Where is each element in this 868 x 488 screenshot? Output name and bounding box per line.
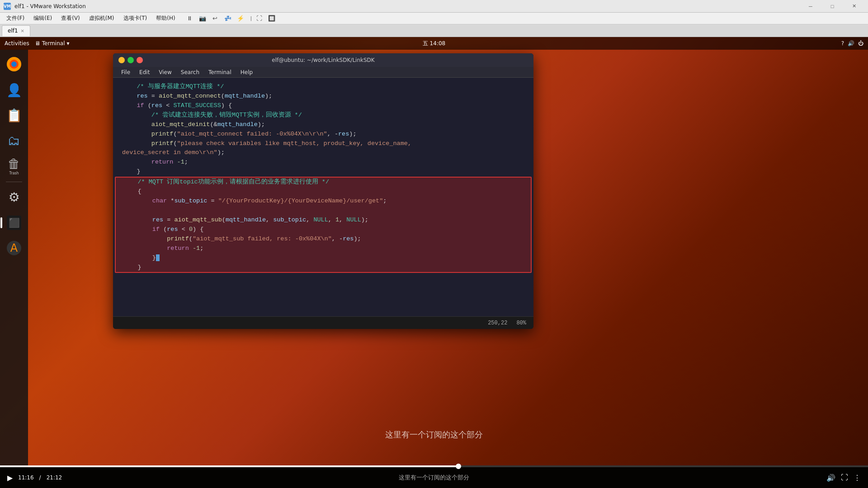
status-bar: 250,22 80% bbox=[113, 316, 533, 329]
selected-line-9: } bbox=[116, 253, 531, 263]
titlebar-left: VM elf1 - VMware Workstation bbox=[4, 3, 86, 10]
terminal-titlebar: elf@ubuntu: ~/work/LinkSDK/LinkSDK bbox=[113, 53, 533, 67]
total-time: 21:12 bbox=[47, 474, 62, 481]
code-line-4: /* 尝试建立连接失败，销毁MQTT实例，回收资源 */ bbox=[113, 111, 533, 120]
terminal-title: elf@ubuntu: ~/work/LinkSDK/LinkSDK bbox=[272, 57, 374, 63]
terminal-menu-search[interactable]: Search bbox=[176, 68, 204, 76]
terminal-menu-view[interactable]: View bbox=[154, 68, 176, 76]
desktop: Activities 🖥 Terminal ▾ 五 14:08 ? 🔊 ⏻ bbox=[0, 37, 868, 465]
terminal-menu-terminal[interactable]: Terminal bbox=[204, 68, 236, 76]
trash-label: Trash bbox=[9, 171, 19, 175]
panel-right: ? 🔊 ⏻ bbox=[841, 40, 863, 47]
selected-line-4 bbox=[116, 206, 531, 216]
progress-thumb[interactable] bbox=[456, 464, 461, 469]
selected-line-8: return -1; bbox=[116, 244, 531, 253]
dock-item-software[interactable]: A bbox=[3, 237, 25, 259]
subtitle-display: 这里有一个订阅的这个部分 bbox=[399, 474, 469, 482]
suspend-button[interactable]: 💤 bbox=[222, 14, 233, 23]
vc-left-controls: ▶ 11:16 / 21:12 bbox=[7, 474, 62, 482]
revert-button[interactable]: ↩ bbox=[210, 14, 221, 23]
code-line-7: printf("please check variables like mqtt… bbox=[113, 139, 533, 149]
terminal-window: elf@ubuntu: ~/work/LinkSDK/LinkSDK File … bbox=[113, 53, 533, 329]
menu-view[interactable]: 查看(V) bbox=[57, 14, 85, 23]
terminal-menu-help[interactable]: Help bbox=[236, 68, 257, 76]
code-line-9: return -1; bbox=[113, 158, 533, 167]
progress-bar-filled bbox=[0, 465, 458, 467]
contacts-icon: 👤 bbox=[6, 84, 22, 97]
dock-divider bbox=[6, 182, 22, 182]
vm-tabbar: elf1 ✕ bbox=[0, 24, 868, 37]
terminal-menu-file[interactable]: File bbox=[117, 68, 135, 76]
vm-tab-elf1[interactable]: elf1 ✕ bbox=[2, 25, 30, 36]
software-center-icon: A bbox=[7, 241, 21, 255]
power-button[interactable]: ⚡ bbox=[235, 14, 246, 23]
dock-item-contacts[interactable]: 👤 bbox=[3, 80, 25, 101]
terminal-minimize-button[interactable] bbox=[118, 57, 125, 63]
dock-item-terminal[interactable]: ⬛ bbox=[3, 212, 25, 234]
ubuntu-panel: Activities 🖥 Terminal ▾ 五 14:08 ? 🔊 ⏻ bbox=[0, 37, 868, 50]
terminal-maximize-button[interactable] bbox=[127, 57, 134, 63]
menu-vm[interactable]: 虚拟机(M) bbox=[85, 14, 119, 23]
code-line-2: res = aiot_mqtt_connect(mqtt_handle); bbox=[113, 92, 533, 101]
vc-right-controls: 🔊 ⛶ ⋮ bbox=[826, 474, 861, 482]
video-controls: ▶ 11:16 / 21:12 这里有一个订阅的这个部分 🔊 ⛶ ⋮ bbox=[0, 474, 868, 482]
play-button[interactable]: ▶ bbox=[7, 474, 13, 482]
dock-item-firefox[interactable] bbox=[3, 54, 25, 76]
panel-power-icon[interactable]: ⏻ bbox=[858, 40, 863, 47]
toolbar-separator: | bbox=[250, 15, 252, 21]
close-button[interactable]: ✕ bbox=[844, 0, 864, 13]
selected-line-6: if (res < 0) { bbox=[116, 225, 531, 235]
video-player: ▶ 11:16 / 21:12 这里有一个订阅的这个部分 🔊 ⛶ ⋮ bbox=[0, 465, 868, 488]
menu-edit[interactable]: 编辑(E) bbox=[29, 14, 57, 23]
panel-question-icon[interactable]: ? bbox=[841, 40, 844, 47]
vm-tab-label: elf1 bbox=[8, 28, 18, 34]
code-line-3: if (res < STATE_SUCCESS) { bbox=[113, 101, 533, 111]
code-line-10: } bbox=[113, 167, 533, 177]
current-time: 11:16 bbox=[18, 474, 34, 481]
dock-item-notes[interactable]: 📋 bbox=[3, 105, 25, 127]
maximize-button[interactable]: □ bbox=[822, 0, 843, 13]
code-line-8: device_secret in demo\r\n"); bbox=[113, 148, 533, 158]
fullscreen-video-button[interactable]: ⛶ bbox=[841, 474, 848, 482]
terminal-indicator-arrow: ▾ bbox=[66, 40, 69, 47]
unity-button[interactable]: 🔲 bbox=[266, 14, 277, 23]
dock-item-files[interactable]: 🗂 bbox=[3, 130, 25, 152]
volume-button[interactable]: 🔊 bbox=[826, 474, 835, 482]
firefox-icon bbox=[6, 56, 22, 75]
terminal-dock-icon: ⬛ bbox=[7, 216, 21, 230]
snapshot-button[interactable]: 📷 bbox=[197, 14, 208, 23]
minimize-button[interactable]: ─ bbox=[800, 0, 821, 13]
code-selected-region[interactable]: /* MQTT 订阅topic功能示例，请根据自己的业务需求进行使用 */ { … bbox=[115, 177, 532, 273]
dock-item-trash[interactable]: 🗑 Trash bbox=[3, 155, 25, 177]
terminal-app-indicator[interactable]: 🖥 Terminal ▾ bbox=[35, 40, 70, 47]
left-dock: 👤 📋 🗂 🗑 Trash ⚙ ⬛ A bbox=[0, 50, 28, 465]
notes-icon: 📋 bbox=[6, 109, 22, 122]
cursor-position: 250,22 bbox=[488, 320, 507, 326]
terminal-window-controls bbox=[118, 57, 143, 63]
menu-tabs[interactable]: 选项卡(T) bbox=[119, 14, 152, 23]
titlebar-controls: ─ □ ✕ bbox=[800, 0, 864, 13]
toolbar: ⏸ 📷 ↩ 💤 ⚡ | ⛶ 🔲 bbox=[184, 14, 278, 23]
menu-help[interactable]: 帮助(H) bbox=[151, 14, 179, 23]
progress-bar-container[interactable] bbox=[0, 465, 868, 467]
pause-button[interactable]: ⏸ bbox=[184, 14, 195, 23]
code-line-6: printf("aiot_mqtt_connect failed: -0x%04… bbox=[113, 130, 533, 139]
code-line-1: /* 与服务器建立MQTT连接 */ bbox=[113, 82, 533, 92]
panel-datetime[interactable]: 五 14:08 bbox=[423, 40, 445, 47]
selected-line-3: char *sub_topic = "/{YourProductKey}/{Yo… bbox=[116, 197, 531, 206]
selected-line-2: { bbox=[116, 187, 531, 197]
dock-item-settings[interactable]: ⚙ bbox=[3, 187, 25, 208]
zoom-level: 80% bbox=[516, 320, 526, 326]
activities-button[interactable]: Activities bbox=[5, 40, 29, 47]
panel-left: Activities 🖥 Terminal ▾ bbox=[5, 40, 70, 47]
terminal-menu-bar: File Edit View Search Terminal Help bbox=[113, 67, 533, 78]
panel-speaker-icon[interactable]: 🔊 bbox=[848, 40, 854, 47]
code-editor[interactable]: /* 与服务器建立MQTT连接 */ res = aiot_mqtt_conne… bbox=[113, 78, 533, 316]
terminal-menu-edit[interactable]: Edit bbox=[135, 68, 154, 76]
svg-point-2 bbox=[11, 61, 17, 67]
vm-tab-close-icon[interactable]: ✕ bbox=[21, 28, 24, 33]
terminal-close-button[interactable] bbox=[137, 57, 143, 63]
more-options-button[interactable]: ⋮ bbox=[854, 474, 861, 482]
menu-file[interactable]: 文件(F) bbox=[2, 14, 29, 23]
fullscreen-button[interactable]: ⛶ bbox=[254, 14, 264, 23]
